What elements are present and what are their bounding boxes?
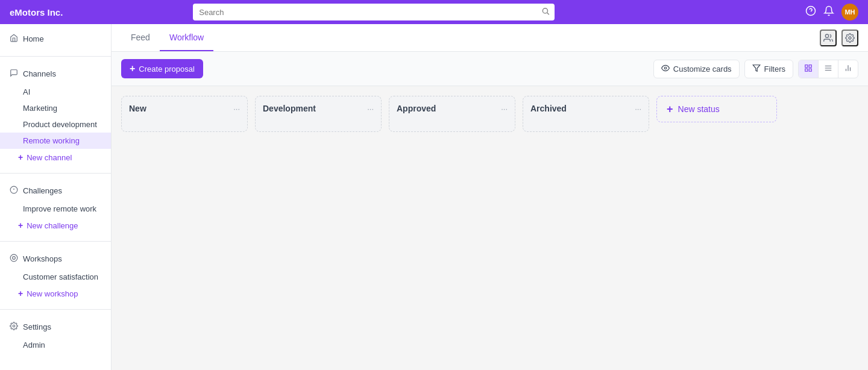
search-container <box>193 4 555 20</box>
svg-point-12 <box>664 67 667 69</box>
help-icon[interactable] <box>805 5 816 19</box>
plus-challenge-icon: + <box>18 221 23 230</box>
topbar: eMotors Inc. MH <box>0 0 868 24</box>
kanban-column-development: Development ··· <box>255 96 382 132</box>
kanban-column-archived: Archived ··· <box>523 96 649 132</box>
customize-label: Customize cards <box>673 64 732 74</box>
tab-feed[interactable]: Feed <box>121 24 160 51</box>
column-menu-development[interactable]: ··· <box>367 104 374 113</box>
new-workshop-button[interactable]: + New workshop <box>0 285 111 302</box>
new-workshop-label: New workshop <box>27 289 78 298</box>
filters-button[interactable]: Filters <box>744 60 793 78</box>
content-area: Feed Workflow + Create proposal <box>112 24 868 370</box>
column-menu-archived[interactable]: ··· <box>635 104 641 113</box>
view-toggle <box>798 60 858 78</box>
plus-workshop-icon: + <box>18 289 23 298</box>
filters-label: Filters <box>764 64 785 74</box>
sidebar-item-challenges[interactable]: Challenges <box>0 181 111 201</box>
sidebar-section-challenges: Challenges Improve remote work + New cha… <box>0 176 111 239</box>
column-header-new: New ··· <box>122 96 247 119</box>
new-channel-label: New channel <box>27 153 72 162</box>
kanban-column-new: New ··· <box>121 96 248 132</box>
sidebar-item-customer-satisfaction[interactable]: Customer satisfaction <box>0 269 111 285</box>
new-status-label: New status <box>678 104 720 114</box>
gear-icon-button[interactable] <box>841 30 858 46</box>
new-channel-button[interactable]: + New channel <box>0 149 111 166</box>
kanban-area: New ··· Development ··· Approved ··· <box>112 86 868 370</box>
column-title-new: New <box>129 104 146 113</box>
sidebar-item-channels[interactable]: Channels <box>0 64 111 84</box>
sidebar-item-admin[interactable]: Admin <box>0 337 111 353</box>
sidebar-item-workshops[interactable]: Workshops <box>0 249 111 269</box>
grid-view-button[interactable] <box>799 60 819 78</box>
sidebar-item-improve-remote[interactable]: Improve remote work <box>0 201 111 217</box>
main-layout: Home Channels AI Marketing Product devel… <box>0 24 868 370</box>
svg-rect-17 <box>809 69 811 71</box>
chart-view-button[interactable] <box>838 60 858 78</box>
challenges-icon <box>10 186 18 196</box>
plus-icon: + <box>18 152 23 162</box>
new-challenge-button[interactable]: + New challenge <box>0 217 111 234</box>
svg-point-7 <box>10 254 17 262</box>
column-title-approved: Approved <box>397 104 436 113</box>
column-menu-approved[interactable]: ··· <box>501 104 508 113</box>
eye-icon <box>661 64 670 74</box>
sidebar-item-ai[interactable]: AI <box>0 84 111 100</box>
people-icon-button[interactable] <box>820 30 837 46</box>
sidebar-section-home: Home <box>0 24 111 54</box>
sidebar-section-workshops: Workshops Customer satisfaction + New wo… <box>0 244 111 307</box>
svg-point-8 <box>13 257 16 260</box>
sidebar-item-marketing[interactable]: Marketing <box>0 100 111 116</box>
customize-cards-button[interactable]: Customize cards <box>653 60 740 78</box>
sidebar-item-product-dev[interactable]: Product development <box>0 116 111 133</box>
plus-status-icon: + <box>667 104 673 114</box>
tab-bar: Feed Workflow <box>112 24 868 52</box>
sidebar-section-channels: Channels AI Marketing Product developmen… <box>0 59 111 171</box>
column-menu-new[interactable]: ··· <box>233 104 240 113</box>
search-icon <box>541 7 550 17</box>
new-challenge-label: New challenge <box>27 221 78 230</box>
tabs: Feed Workflow <box>121 24 213 51</box>
challenges-label: Challenges <box>23 186 62 195</box>
home-label: Home <box>23 34 44 43</box>
list-view-button[interactable] <box>819 60 838 78</box>
column-title-development: Development <box>263 104 316 113</box>
settings-label: Settings <box>23 322 51 331</box>
toolbar-right: Customize cards Filters <box>653 60 858 78</box>
home-icon <box>10 34 18 44</box>
sidebar: Home Channels AI Marketing Product devel… <box>0 24 112 370</box>
svg-rect-16 <box>805 69 808 71</box>
column-header-approved: Approved ··· <box>389 96 515 119</box>
svg-point-9 <box>13 325 15 327</box>
search-input[interactable] <box>193 4 555 20</box>
topbar-right: MH <box>805 4 858 20</box>
filter-icon <box>752 64 761 74</box>
svg-point-0 <box>543 8 548 13</box>
kanban-column-approved: Approved ··· <box>389 96 515 132</box>
sidebar-item-settings[interactable]: Settings <box>0 317 111 337</box>
column-title-archived: Archived <box>530 104 567 113</box>
workflow-toolbar: + Create proposal Customize cards Filter… <box>112 52 868 86</box>
svg-rect-14 <box>805 64 808 67</box>
notifications-icon[interactable] <box>823 5 834 19</box>
sidebar-section-settings: Settings Admin <box>0 312 111 358</box>
svg-rect-15 <box>809 64 811 67</box>
plus-create-icon: + <box>130 63 135 74</box>
sidebar-item-remote-working[interactable]: Remote working <box>0 133 111 149</box>
tab-workflow[interactable]: Workflow <box>160 24 213 51</box>
svg-marker-13 <box>753 64 760 71</box>
svg-point-10 <box>825 34 828 37</box>
avatar[interactable]: MH <box>841 4 858 20</box>
sidebar-item-home[interactable]: Home <box>0 29 111 49</box>
create-proposal-button[interactable]: + Create proposal <box>121 59 203 78</box>
channels-icon <box>10 69 18 79</box>
create-label: Create proposal <box>139 64 195 74</box>
workshops-label: Workshops <box>23 254 62 263</box>
tab-bar-right <box>820 30 858 46</box>
workshops-icon <box>10 254 18 264</box>
column-header-development: Development ··· <box>256 96 381 119</box>
svg-point-11 <box>849 37 851 39</box>
svg-line-1 <box>547 13 549 14</box>
app-title: eMotors Inc. <box>10 7 63 17</box>
new-status-button[interactable]: + New status <box>656 96 777 122</box>
